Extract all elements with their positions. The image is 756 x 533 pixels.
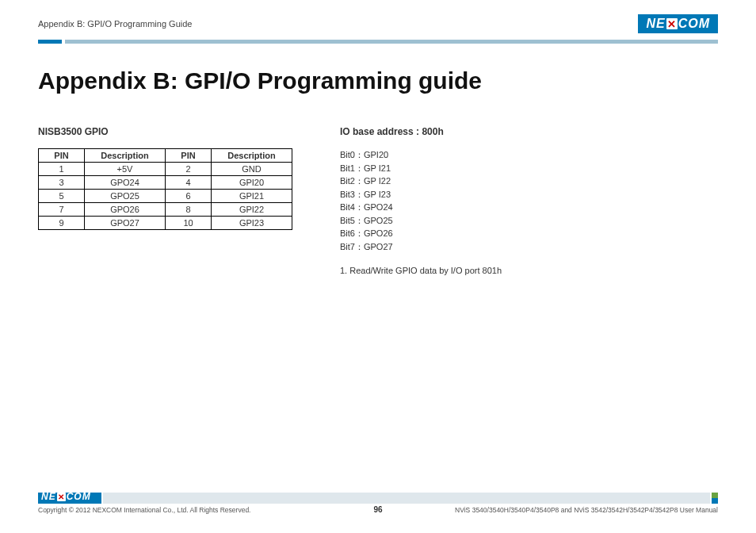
- cell-pin: 6: [166, 190, 212, 203]
- col-pin-a: PIN: [39, 149, 85, 163]
- cell-pin: 3: [39, 176, 85, 190]
- bit-row: Bit6：GPO26: [340, 227, 502, 240]
- bits-list: Bit0：GPI20Bit1：GP I21Bit2：GP I22Bit3：GP …: [340, 148, 502, 253]
- page-content: Appendix B: GPI/O Programming guide NISB…: [0, 44, 756, 275]
- copyright: Copyright © 2012 NEXCOM International Co…: [38, 506, 250, 514]
- io-heading: IO base address : 800h: [340, 126, 502, 137]
- logo-x-icon: ✕: [666, 18, 678, 29]
- bit-row: Bit7：GPO27: [340, 240, 502, 254]
- cell-desc: GND: [212, 163, 292, 176]
- cell-desc: GPO27: [85, 217, 166, 230]
- col-desc-b: Description: [212, 149, 292, 163]
- section-label: Appendix B: GPI/O Programming Guide: [38, 19, 192, 29]
- cell-pin: 8: [166, 203, 212, 217]
- cell-pin: 7: [39, 203, 85, 217]
- brand-text: NE✕COM: [646, 17, 710, 31]
- header-divider: [0, 40, 756, 44]
- bit-row: Bit3：GP I23: [340, 188, 502, 201]
- cell-pin: 2: [166, 163, 212, 176]
- cell-desc: GPI21: [212, 190, 292, 203]
- footer-logo: NE✕COM: [41, 491, 91, 502]
- col-desc-a: Description: [85, 149, 166, 163]
- page-number: 96: [373, 505, 382, 514]
- page-header: Appendix B: GPI/O Programming Guide NE✕C…: [0, 0, 756, 36]
- table-row: 7GPO268GPI22: [39, 203, 292, 217]
- gpio-section: NISB3500 GPIO PIN Description PIN Descri…: [38, 126, 292, 275]
- bit-row: Bit1：GP I21: [340, 162, 502, 175]
- bit-row: Bit5：GPO25: [340, 214, 502, 228]
- cell-desc: GPO26: [85, 203, 166, 217]
- table-header-row: PIN Description PIN Description: [39, 149, 292, 163]
- io-note: 1. Read/Write GPIO data by I/O port 801h: [340, 266, 502, 275]
- io-section: IO base address : 800h Bit0：GPI20Bit1：GP…: [340, 126, 502, 275]
- page-title: Appendix B: GPI/O Programming guide: [38, 67, 718, 94]
- table-row: 1+5V2GND: [39, 163, 292, 176]
- cell-pin: 9: [39, 217, 85, 230]
- cell-pin: 10: [166, 217, 212, 230]
- cell-desc: GPI22: [212, 203, 292, 217]
- bit-row: Bit2：GP I22: [340, 174, 502, 188]
- gpio-heading: NISB3500 GPIO: [38, 126, 292, 137]
- table-row: 5GPO256GPI21: [39, 190, 292, 203]
- col-pin-b: PIN: [166, 149, 212, 163]
- cell-pin: 1: [39, 163, 85, 176]
- cell-pin: 4: [166, 176, 212, 190]
- table-row: 9GPO2710GPI23: [39, 217, 292, 230]
- brand-logo: NE✕COM: [638, 14, 718, 33]
- cell-desc: +5V: [85, 163, 166, 176]
- cell-desc: GPO24: [85, 176, 166, 190]
- cell-desc: GPI20: [212, 176, 292, 190]
- gpio-table: PIN Description PIN Description 1+5V2GND…: [38, 148, 292, 230]
- bit-row: Bit4：GPO24: [340, 201, 502, 214]
- bit-row: Bit0：GPI20: [340, 148, 502, 162]
- doc-ref: NViS 3540/3540H/3540P4/3540P8 and NViS 3…: [455, 506, 718, 514]
- table-row: 3GPO244GPI20: [39, 176, 292, 190]
- cell-desc: GPO25: [85, 190, 166, 203]
- cell-pin: 5: [39, 190, 85, 203]
- cell-desc: GPI23: [212, 217, 292, 230]
